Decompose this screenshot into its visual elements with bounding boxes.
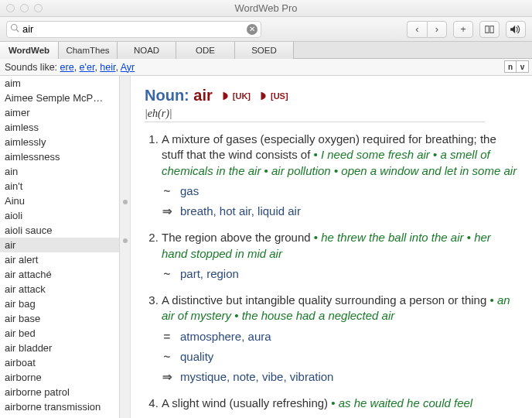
audio-uk-label: [UK] bbox=[233, 91, 251, 101]
back-button[interactable]: ‹ bbox=[407, 21, 427, 38]
definition-pane: Noun: air [UK] [US] |eh(r)| A mixture of… bbox=[131, 76, 532, 418]
list-item[interactable]: air alert bbox=[0, 252, 119, 267]
example: air pollution bbox=[271, 164, 331, 177]
relation-words[interactable]: atmosphere, aura bbox=[180, 329, 271, 344]
sounds-like-link[interactable]: Ayr bbox=[121, 62, 135, 73]
search-field[interactable]: ✕ bbox=[6, 21, 261, 38]
list-item[interactable]: aim bbox=[0, 76, 119, 91]
list-item[interactable]: airboat bbox=[0, 355, 119, 370]
pos-filter: n v bbox=[504, 60, 529, 73]
source-tabs: WordWebChamThesNOADODESOED bbox=[0, 42, 532, 59]
relation: ~part, region bbox=[162, 266, 518, 282]
sounds-like-link[interactable]: ere bbox=[60, 62, 74, 73]
add-button[interactable]: + bbox=[453, 21, 473, 38]
content-area: aimAimee Semple McP…aimeraimlessaimlessl… bbox=[0, 76, 532, 418]
splitter[interactable] bbox=[120, 76, 131, 418]
list-item[interactable]: air base bbox=[0, 311, 119, 326]
relation-words[interactable]: part, region bbox=[180, 266, 239, 282]
list-item[interactable]: air bag bbox=[0, 296, 119, 311]
relation-words[interactable]: mystique, note, vibe, vibration bbox=[180, 369, 333, 385]
sounds-like-link[interactable]: heir bbox=[100, 62, 115, 73]
example: I need some fresh air bbox=[321, 148, 430, 161]
list-item[interactable]: air attack bbox=[0, 282, 119, 296]
sense: A mixture of gases (especially oxygen) r… bbox=[162, 132, 518, 219]
pronunciation: |eh(r)| bbox=[145, 108, 485, 122]
audio-us-label: [US] bbox=[271, 91, 288, 101]
filter-noun[interactable]: n bbox=[504, 60, 517, 73]
sounds-like-text: Sounds like: ere, e'er, heir, Ayr bbox=[5, 62, 135, 73]
relation-symbol-icon: ⇒ bbox=[162, 369, 172, 385]
list-item[interactable]: Aimee Semple McP… bbox=[0, 91, 119, 105]
relation-symbol-icon: ⇒ bbox=[162, 204, 172, 219]
relation: ~quality bbox=[162, 349, 518, 365]
list-item[interactable]: ain't bbox=[0, 179, 119, 194]
tab-chamthes[interactable]: ChamThes bbox=[59, 42, 118, 59]
definitions-list: A mixture of gases (especially oxygen) r… bbox=[145, 132, 518, 412]
list-item[interactable]: airborne bbox=[0, 370, 119, 385]
list-item[interactable]: aimless bbox=[0, 120, 119, 135]
sense: The region above the ground • he threw t… bbox=[162, 230, 518, 282]
search-input[interactable] bbox=[22, 23, 247, 35]
list-item[interactable]: aioli sauce bbox=[0, 223, 119, 238]
sounds-like-row: Sounds like: ere, e'er, heir, Ayr n v bbox=[0, 59, 532, 76]
tab-wordweb[interactable]: WordWeb bbox=[0, 42, 59, 59]
list-item[interactable]: Ainu bbox=[0, 194, 119, 208]
relation-words[interactable]: breath, hot air, liquid air bbox=[180, 204, 301, 219]
relation-words[interactable]: quality bbox=[180, 349, 213, 365]
speaker-button[interactable] bbox=[506, 21, 526, 38]
example: as he waited he could feel bbox=[339, 396, 472, 409]
filter-verb[interactable]: v bbox=[517, 60, 529, 73]
list-item[interactable]: aimlessness bbox=[0, 149, 119, 164]
bookmarks-button[interactable] bbox=[479, 21, 500, 38]
entry-word: air bbox=[193, 87, 212, 104]
sense: A slight wind (usually refreshing) • as … bbox=[162, 396, 518, 411]
list-item[interactable]: airborne patrol bbox=[0, 385, 119, 399]
example: the house had a neglected air bbox=[242, 309, 395, 322]
example: open a window and let in some air bbox=[341, 164, 517, 177]
relation-symbol-icon: ~ bbox=[162, 349, 172, 365]
list-item[interactable]: air bbox=[0, 238, 119, 252]
list-item[interactable]: aimer bbox=[0, 105, 119, 120]
relation: ⇒breath, hot air, liquid air bbox=[162, 204, 518, 219]
definition-text: A slight wind (usually refreshing) bbox=[162, 396, 328, 409]
relation: ⇒mystique, note, vibe, vibration bbox=[162, 369, 518, 385]
tab-noad[interactable]: NOAD bbox=[118, 42, 176, 59]
definition-text: A distinctive but intangible quality sur… bbox=[162, 293, 486, 307]
entry-heading: Noun: air [UK] [US] bbox=[145, 87, 518, 104]
list-item[interactable]: air attaché bbox=[0, 267, 119, 282]
svg-point-0 bbox=[12, 25, 18, 31]
relation: =atmosphere, aura bbox=[162, 329, 518, 344]
sense: A distinctive but intangible quality sur… bbox=[162, 293, 518, 385]
search-icon bbox=[10, 23, 19, 35]
list-item[interactable]: air bladder bbox=[0, 341, 119, 355]
window-title: WordWeb Pro bbox=[0, 2, 532, 14]
forward-button[interactable]: › bbox=[427, 21, 447, 38]
word-list[interactable]: aimAimee Semple McP…aimeraimlessaimlessl… bbox=[0, 76, 120, 418]
toolbar: ✕ ‹ › + bbox=[0, 17, 532, 42]
tab-ode[interactable]: ODE bbox=[176, 42, 235, 59]
list-item[interactable]: ain bbox=[0, 164, 119, 179]
list-item[interactable]: air bed bbox=[0, 326, 119, 341]
list-item[interactable]: airborne transmission bbox=[0, 399, 119, 414]
titlebar: WordWeb Pro bbox=[0, 0, 532, 17]
svg-line-1 bbox=[16, 29, 19, 32]
tab-soed[interactable]: SOED bbox=[235, 42, 294, 59]
definition-text: The region above the ground bbox=[162, 231, 311, 244]
part-of-speech: Noun: bbox=[145, 87, 189, 104]
clear-search-icon[interactable]: ✕ bbox=[247, 24, 257, 35]
audio-uk[interactable]: [UK] bbox=[220, 91, 251, 101]
relation-symbol-icon: = bbox=[162, 329, 172, 344]
headword: Noun: air bbox=[145, 87, 213, 104]
nav-buttons: ‹ › bbox=[407, 21, 447, 38]
relation-words[interactable]: gas bbox=[180, 183, 199, 199]
sounds-like-link[interactable]: e'er bbox=[80, 62, 95, 73]
list-item[interactable]: aimlessly bbox=[0, 135, 119, 149]
relation: ~gas bbox=[162, 183, 518, 199]
audio-us[interactable]: [US] bbox=[258, 91, 288, 101]
relation-symbol-icon: ~ bbox=[162, 266, 172, 282]
example: he threw the ball into the air bbox=[321, 231, 463, 244]
relation-symbol-icon: ~ bbox=[162, 183, 172, 199]
list-item[interactable]: aioli bbox=[0, 208, 119, 223]
